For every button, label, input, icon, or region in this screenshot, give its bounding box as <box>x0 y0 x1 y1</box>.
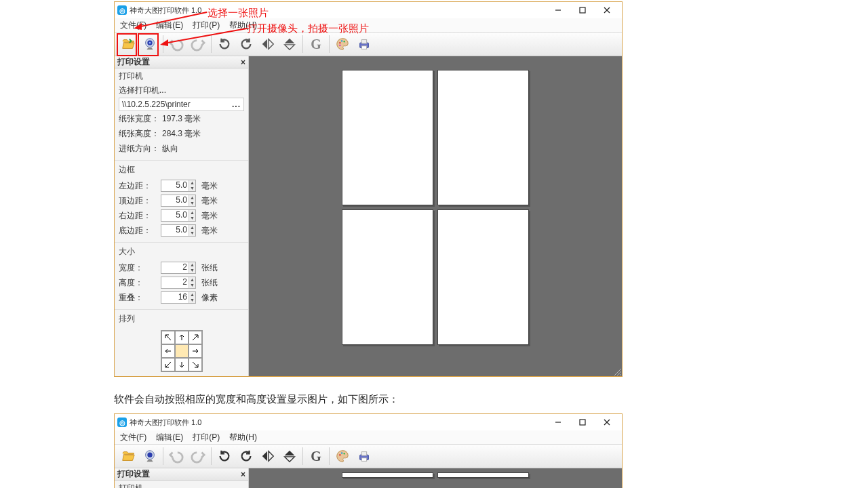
preview-canvas[interactable] <box>249 56 622 376</box>
app-title: 神奇大图打印软件 1.0 <box>130 5 201 16</box>
panel-close-button[interactable]: × <box>241 58 245 67</box>
flip-h-button[interactable] <box>258 34 278 54</box>
menu-file[interactable]: 文件(F) <box>120 20 146 31</box>
printer-browse-button[interactable]: ... <box>232 100 241 109</box>
printer-icon <box>357 37 372 52</box>
print-button[interactable] <box>354 446 374 466</box>
align-tr[interactable] <box>189 331 202 344</box>
menu-print[interactable]: 打印(P) <box>193 432 220 443</box>
svg-point-9 <box>344 41 345 42</box>
rotate-cw-button[interactable] <box>236 446 256 466</box>
printer-value: \\10.2.5.225\printer <box>122 100 191 109</box>
app-window-2: ◎ 神奇大图打印软件 1.0 文件(F) 编辑(E) 打印(P) 帮助(H) <box>114 413 623 488</box>
preview-canvas[interactable] <box>249 468 622 488</box>
window-close-button[interactable] <box>595 2 619 18</box>
menu-file[interactable]: 文件(F) <box>120 432 146 443</box>
resize-grip[interactable] <box>612 367 622 376</box>
palette-button[interactable] <box>332 34 353 54</box>
menu-help[interactable]: 帮助(H) <box>229 432 257 443</box>
margin-top-label: 顶边距： <box>119 195 158 207</box>
redo-button[interactable] <box>188 34 208 54</box>
printer-value-field[interactable]: \\10.2.5.225\printer ... <box>119 98 244 111</box>
select-printer-link[interactable]: 选择打印机... <box>119 85 244 96</box>
annotation-text-2: 打开摄像头，拍摄一张照片 <box>247 22 369 35</box>
margin-left-input[interactable]: 5.0▲▼ <box>161 180 196 192</box>
panel-close-button[interactable]: × <box>241 470 245 479</box>
webcam-icon <box>142 37 157 52</box>
paper-width-label: 纸张宽度： <box>119 113 159 125</box>
webcam-icon <box>142 449 157 464</box>
window-minimize-button[interactable] <box>546 414 570 430</box>
align-bl[interactable] <box>161 358 175 371</box>
open-image-button[interactable] <box>118 446 138 466</box>
menu-edit[interactable]: 编辑(E) <box>156 20 183 31</box>
rotate-ccw-button[interactable] <box>214 446 235 466</box>
undo-icon <box>169 37 184 52</box>
overlap-input[interactable]: 16▲▼ <box>161 291 196 304</box>
svg-point-10 <box>339 45 340 46</box>
g-button[interactable]: G <box>306 34 326 54</box>
palette-button[interactable] <box>332 446 353 466</box>
rotate-ccw-button[interactable] <box>214 34 235 54</box>
g-button[interactable]: G <box>306 446 326 466</box>
align-tl[interactable] <box>161 331 175 344</box>
align-br[interactable] <box>189 358 202 371</box>
undo-icon <box>169 449 184 464</box>
svg-rect-12 <box>361 40 366 44</box>
flip-v-button[interactable] <box>279 34 300 54</box>
rotate-cw-icon <box>239 37 254 52</box>
align-tc[interactable] <box>175 331 189 344</box>
flip-v-button[interactable] <box>279 446 300 466</box>
alignment-grid <box>161 330 203 372</box>
margin-top-input[interactable]: 5.0▲▼ <box>161 195 196 207</box>
toolbar: G <box>115 444 622 468</box>
rotate-cw-button[interactable] <box>236 34 256 54</box>
svg-rect-32 <box>361 458 366 462</box>
align-mr[interactable] <box>189 344 202 358</box>
menu-edit[interactable]: 编辑(E) <box>156 432 183 443</box>
redo-button[interactable] <box>188 446 208 466</box>
window-maximize-button[interactable] <box>570 2 595 18</box>
paper-height-label: 纸张高度： <box>119 128 159 140</box>
titlebar: ◎ 神奇大图打印软件 1.0 <box>115 414 622 430</box>
undo-button[interactable] <box>166 34 186 54</box>
flip-v-icon <box>282 37 297 52</box>
margin-bottom-input[interactable]: 5.0▲▼ <box>161 224 196 237</box>
rotate-cw-icon <box>239 449 254 464</box>
printer-section-title: 打印机 <box>115 68 248 83</box>
flip-h-button[interactable] <box>258 446 278 466</box>
print-settings-panel: 打印设置 × 打印机 选择打印机... \\10.2.5.225\printer… <box>115 56 249 376</box>
size-width-input[interactable]: 2▲▼ <box>161 262 196 274</box>
g-icon: G <box>311 37 321 52</box>
window-minimize-button[interactable] <box>546 2 570 18</box>
open-camera-button[interactable] <box>140 34 160 54</box>
orientation-label: 进纸方向： <box>119 143 159 155</box>
print-button[interactable] <box>354 34 374 54</box>
svg-point-7 <box>339 42 340 43</box>
flip-h-icon <box>260 449 275 464</box>
overlap-label: 重叠： <box>119 292 158 304</box>
app-window-1: ◎ 神奇大图打印软件 1.0 文件(F) 编辑(E) 打印(P) 帮助(H) <box>114 1 623 377</box>
size-height-input[interactable]: 2▲▼ <box>161 277 196 289</box>
align-ml[interactable] <box>161 344 175 358</box>
window-close-button[interactable] <box>595 414 619 430</box>
panel-title: 打印设置 <box>117 468 150 480</box>
svg-point-8 <box>341 40 342 41</box>
menu-print[interactable]: 打印(P) <box>193 20 220 31</box>
preview-page <box>437 70 529 205</box>
palette-icon <box>335 37 350 52</box>
size-width-label: 宽度： <box>119 262 158 274</box>
margins-title: 边框 <box>115 162 248 177</box>
open-image-button[interactable] <box>118 34 138 54</box>
align-mc[interactable] <box>175 344 189 358</box>
rotate-ccw-icon <box>217 449 232 464</box>
window-maximize-button[interactable] <box>570 414 595 430</box>
svg-point-26 <box>147 453 152 458</box>
align-bc[interactable] <box>175 358 189 371</box>
open-camera-button[interactable] <box>140 446 160 466</box>
unit-mm: 毫米 <box>201 180 218 192</box>
undo-button[interactable] <box>166 446 186 466</box>
panel-header: 打印设置 × <box>115 56 248 68</box>
folder-open-icon <box>121 449 136 464</box>
margin-right-input[interactable]: 5.0▲▼ <box>161 209 196 222</box>
